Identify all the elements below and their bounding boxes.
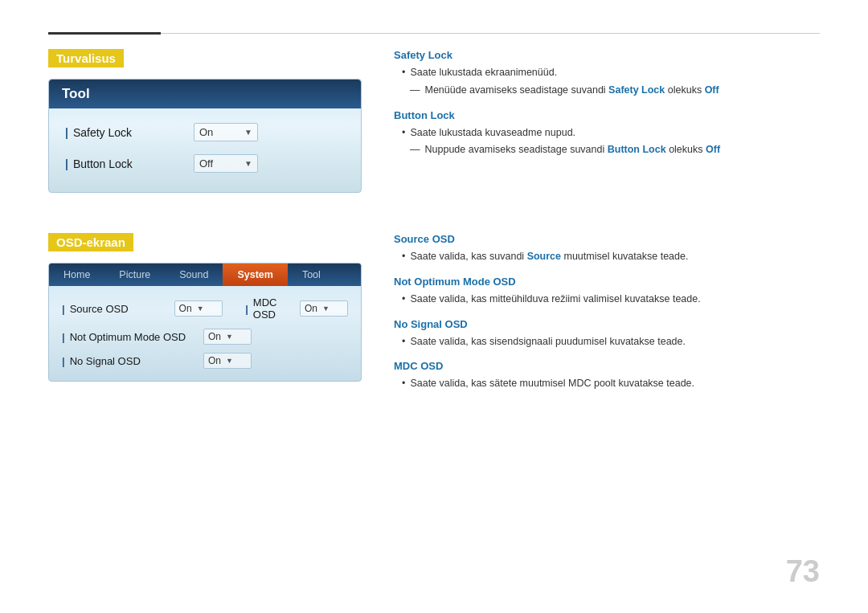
safety-lock-bullet1: Saate lukustada ekraanimenüüd. (394, 65, 820, 80)
menu-picture[interactable]: Picture (104, 264, 165, 286)
osd-row-notoptimum: Not Optimum Mode OSD On ▼ (49, 325, 361, 349)
menu-tool[interactable]: Tool (288, 264, 335, 286)
menu-system[interactable]: System (223, 264, 287, 286)
turvalisus-left: Turvalisus Tool Safety Lock On ▼ (48, 49, 362, 193)
not-optimum-bullet1: Saate valida, kas mitteühilduva režiimi … (394, 292, 820, 307)
button-lock-arrow-icon: ▼ (244, 159, 252, 168)
tool-panel-title: Tool (49, 80, 361, 108)
button-lock-sub1: Nuppude avamiseks seadistage suvandi But… (394, 142, 820, 157)
safety-lock-label: Safety Lock (65, 126, 194, 139)
page-number: 73 (786, 554, 820, 589)
button-lock-desc: Button Lock Saate lukustada kuvaseadme n… (394, 109, 820, 158)
tool-row-button: Button Lock Off ▼ (49, 148, 361, 179)
button-lock-bullet1: Saate lukustada kuvaseadme nupud. (394, 125, 820, 141)
not-optimum-select[interactable]: On ▼ (203, 329, 252, 345)
tool-row-safety: Safety Lock On ▼ (49, 116, 361, 148)
mdc-osd-label: MDC OSD (245, 296, 290, 321)
rule-thin (161, 33, 820, 34)
button-lock-select[interactable]: Off ▼ (194, 154, 258, 173)
menu-home[interactable]: Home (49, 264, 104, 286)
tool-panel: Tool Safety Lock On ▼ Button Lock (48, 79, 362, 193)
page-container: Turvalisus Tool Safety Lock On ▼ (0, 0, 868, 613)
mdc-osd-desc-title: MDC OSD (394, 360, 820, 372)
source-osd-desc: Source OSD Saate valida, kas suvandi Sou… (394, 233, 820, 264)
safety-lock-value: On (199, 126, 238, 138)
safety-lock-select[interactable]: On ▼ (194, 123, 258, 141)
menu-sound[interactable]: Sound (165, 264, 223, 286)
turvalisus-heading: Turvalisus (48, 49, 124, 67)
no-signal-select[interactable]: On ▼ (203, 353, 252, 369)
mdc-osd-bullet1: Saate valida, kas sätete muutmisel MDC p… (394, 376, 820, 391)
not-optimum-desc-title: Not Optimum Mode OSD (394, 276, 820, 288)
safety-lock-desc-title: Safety Lock (394, 49, 820, 61)
mdc-osd-desc: MDC OSD Saate valida, kas sätete muutmis… (394, 360, 820, 391)
no-signal-desc: No Signal OSD Saate valida, kas sisendsi… (394, 318, 820, 349)
osd-right: Source OSD Saate valida, kas suvandi Sou… (394, 233, 820, 403)
not-optimum-label: Not Optimum Mode OSD (62, 331, 199, 343)
osd-menubar: Home Picture Sound System Tool (49, 264, 361, 286)
safety-lock-desc: Safety Lock Saate lukustada ekraanimenüü… (394, 49, 820, 98)
source-osd-label: Source OSD (62, 303, 170, 315)
rule-thick (48, 32, 161, 35)
osd-row-source: Source OSD On ▼ MDC OSD On ▼ (49, 292, 361, 325)
no-signal-arrow-icon: ▼ (226, 357, 233, 365)
source-osd-arrow-icon: ▼ (197, 304, 204, 313)
no-signal-label: No Signal OSD (62, 355, 199, 367)
section-osd: OSD-ekraan Home Picture Sound System Too… (48, 233, 820, 403)
safety-lock-sub1: Menüüde avamiseks seadistage suvandi Saf… (394, 83, 820, 98)
osd-left: OSD-ekraan Home Picture Sound System Too… (48, 233, 362, 403)
top-rule (48, 32, 820, 35)
mdc-osd-select[interactable]: On ▼ (300, 300, 348, 317)
not-optimum-arrow-icon: ▼ (226, 333, 233, 341)
source-osd-desc-title: Source OSD (394, 233, 820, 245)
source-osd-select[interactable]: On ▼ (174, 300, 223, 317)
button-lock-desc-title: Button Lock (394, 109, 820, 121)
section-turvalisus: Turvalisus Tool Safety Lock On ▼ (48, 49, 820, 193)
osd-row-nosignal: No Signal OSD On ▼ (49, 349, 361, 373)
osd-body: Source OSD On ▼ MDC OSD On ▼ (49, 286, 361, 381)
no-signal-desc-title: No Signal OSD (394, 318, 820, 330)
button-lock-value: Off (199, 157, 238, 170)
turvalisus-right: Safety Lock Saate lukustada ekraanimenüü… (394, 49, 820, 193)
tool-panel-body: Safety Lock On ▼ Button Lock Off (49, 108, 361, 192)
osd-heading: OSD-ekraan (48, 233, 133, 251)
source-osd-bullet1: Saate valida, kas suvandi Source muutmis… (394, 249, 820, 264)
no-signal-bullet1: Saate valida, kas sisendsignaali puudumi… (394, 334, 820, 349)
button-lock-label: Button Lock (65, 157, 194, 170)
mdc-osd-arrow-icon: ▼ (322, 304, 330, 313)
not-optimum-desc: Not Optimum Mode OSD Saate valida, kas m… (394, 276, 820, 307)
safety-lock-arrow-icon: ▼ (244, 128, 252, 137)
osd-panel: Home Picture Sound System Tool Source OS… (48, 263, 362, 382)
